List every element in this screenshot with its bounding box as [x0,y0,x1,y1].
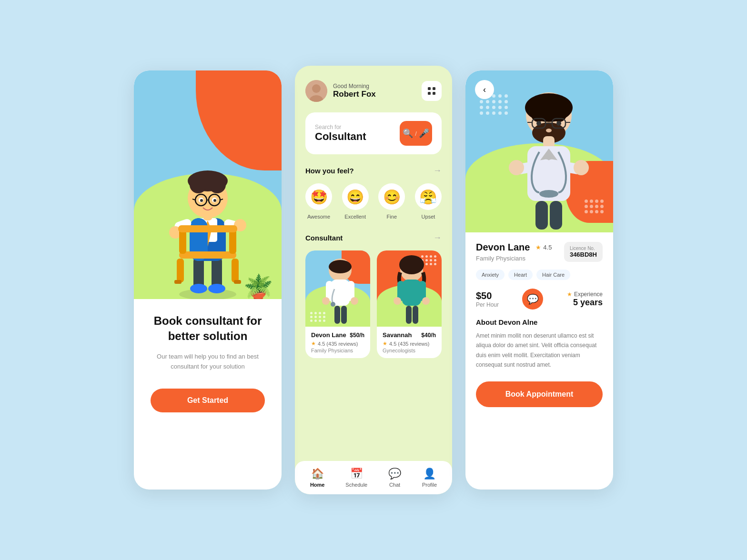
nav-schedule[interactable]: 📅 Schedule [345,468,367,488]
back-arrow-icon: ‹ [483,85,486,95]
search-label: Search for [315,124,366,130]
s3-content: Devon Lane ★ 4.5 Family Physicians Licen… [465,232,613,490]
chat-button[interactable]: 💬 [522,289,543,310]
svg-rect-38 [428,87,431,90]
price-block: $50 Per Hour [476,290,499,308]
svg-rect-40 [428,92,431,95]
svg-point-82 [539,190,558,198]
tag-anxiety: Anxiety [476,270,505,280]
licence-label: Licence No. [570,246,597,251]
schedule-icon: 📅 [350,468,363,480]
mood-excellent[interactable]: 😄 Excellent [342,183,369,220]
chat-message-icon: 💬 [527,293,539,305]
feel-arrow-icon[interactable]: → [433,166,442,176]
nav-chat-label: Chat [389,482,400,488]
search-text-block: Search for Colsultant [315,124,366,143]
s3-price-row: $50 Per Hour 💬 ★ Experience 5 years [476,289,603,310]
consultant-rating-1: ★ 4.5 (435 reviews) [311,340,364,347]
svg-rect-41 [433,92,435,95]
svg-rect-54 [402,280,421,306]
about-text: Amet minim mollit non deserunt ullamco e… [476,331,603,370]
greeting-block: Good Morning Robert Fox [333,83,376,99]
mood-awesome[interactable]: 🤩 Awesome [305,183,332,220]
screen1-subtitle: Our team will help you to find an best c… [148,352,267,372]
consultant-price-1: $50/h [350,332,364,339]
search-icon: 🔍 [403,128,413,139]
consultant-info-2: Savannah $40/h ★ 4.5 (435 reviews) Gynec… [377,327,442,358]
svg-rect-28 [177,259,184,282]
feel-section-title: How you feel? [305,167,354,175]
svg-rect-34 [178,225,237,232]
search-value: Colsultant [315,130,366,143]
s3-tags: Anxiety Heart Hair Care [476,270,603,280]
svg-point-3 [190,284,207,293]
svg-point-73 [546,129,552,132]
mood-upset-label: Upset [422,214,435,220]
consultant-arrow-icon[interactable]: → [433,233,442,243]
doctor-specialty: Family Physicians [476,255,552,262]
back-button[interactable]: ‹ [475,80,494,99]
svg-point-80 [509,160,524,175]
search-button[interactable]: 🔍 / 🎤 [400,121,432,146]
svg-rect-30 [174,280,182,284]
rating-star-icon: ★ [535,244,541,251]
price-unit: Per Hour [476,301,499,308]
svg-rect-27 [179,251,236,259]
nav-chat[interactable]: 💬 Chat [388,468,401,488]
svg-rect-84 [550,201,562,230]
get-started-button[interactable]: Get Started [151,389,265,412]
grid-menu-icon[interactable] [422,81,442,101]
svg-point-47 [322,297,330,305]
s3-name-row: Devon Lane ★ 4.5 [476,242,552,253]
tag-haircare: Hair Care [536,270,570,280]
doctor-name: Devon Lane [476,242,530,253]
nav-home[interactable]: 🏠 Home [310,468,325,488]
consultant-card-2[interactable]: Savannah $40/h ★ 4.5 (435 reviews) Gynec… [377,250,442,358]
mood-fine[interactable]: 😊 Fine [378,183,405,220]
home-icon: 🏠 [311,468,324,480]
screen3: ‹ [465,70,613,490]
experience-years: 5 years [573,298,603,308]
book-appointment-button[interactable]: Book Appointment [476,381,603,407]
screen1-illustration: 🪴 [134,70,282,299]
mic-icon: 🎤 [419,128,429,139]
greeting-name: Robert Fox [333,90,376,99]
svg-point-58 [422,297,430,305]
nav-home-label: Home [310,482,325,488]
doctor-rating: ★ 4.5 [535,244,552,251]
svg-point-26 [213,199,216,202]
consultant-img-1 [305,250,370,327]
mood-excellent-label: Excellent [344,214,366,220]
licence-number: 346BD8H [570,251,597,258]
svg-point-53 [399,255,424,274]
consultant-specialty-1: Family Physicians [311,348,364,353]
consultant-name-2: Savannah [383,331,412,339]
mood-awesome-icon: 🤩 [305,183,332,210]
svg-point-25 [200,199,203,202]
svg-point-72 [556,121,561,126]
svg-rect-39 [433,87,435,90]
bottom-nav: 🏠 Home 📅 Schedule 💬 Chat 👤 Profile [295,461,452,494]
nav-profile[interactable]: 👤 Profile [422,468,437,488]
nav-schedule-label: Schedule [345,482,367,488]
svg-point-57 [394,297,401,305]
search-box: Search for Colsultant 🔍 / 🎤 [305,112,442,154]
s2-header-left: Good Morning Robert Fox [305,80,376,102]
greeting-small: Good Morning [333,83,376,90]
experience-label: ★ Experience [567,291,603,298]
screen1-content: Book consultant for better solution Our … [134,299,282,470]
consultant-img-2 [377,250,442,327]
consultant-header: Consultant → [305,233,442,243]
consultant-card-1[interactable]: Devon Lane $50/h ★ 4.5 (435 reviews) Fam… [305,250,370,358]
svg-point-51 [331,302,335,307]
svg-point-36 [312,84,321,93]
mood-upset[interactable]: 😤 Upset [415,183,442,220]
svg-rect-31 [234,280,241,284]
svg-rect-49 [334,306,340,324]
consultant-section-title: Consultant [305,234,343,242]
profile-icon: 👤 [423,468,436,480]
svg-point-81 [574,160,589,175]
svg-point-4 [208,284,225,293]
svg-rect-29 [232,259,239,282]
screen1-title: Book consultant for better solution [148,313,267,344]
